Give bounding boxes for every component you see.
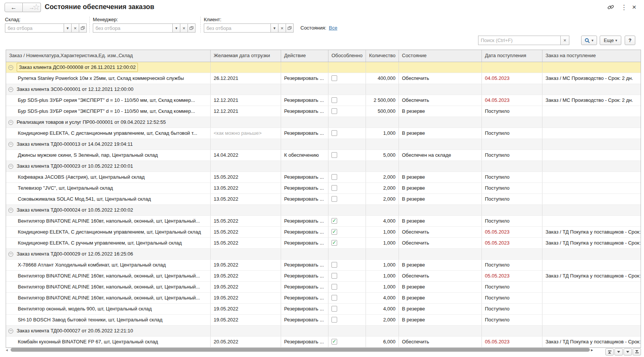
receipt-order-cell[interactable] [542,315,641,325]
action-cell[interactable]: Резервировать ... [281,304,328,314]
name-cell[interactable]: Вентилятор BINATONE ALPINE 160вт, наполь… [6,216,211,226]
action-cell[interactable] [281,84,328,95]
state-cell[interactable]: Обеспечить [399,337,482,347]
shipment-date-cell[interactable] [211,205,281,215]
action-cell[interactable]: Резервировать ... [281,95,328,106]
receipt-date-cell[interactable]: 04.05.2023 [482,95,542,106]
state-cell[interactable] [399,205,482,215]
quantity-cell[interactable] [366,62,399,73]
state-cell[interactable]: В резерве [399,315,482,325]
state-cell[interactable]: Обеспечен на складе [399,150,482,161]
quantity-cell[interactable] [366,139,399,150]
state-cell[interactable]: В резерве [399,172,482,182]
receipt-date-cell[interactable] [482,249,542,259]
receipt-order-cell[interactable] [542,326,641,336]
separate-checkbox-cell[interactable] [328,282,366,292]
shipment-date-cell[interactable]: 15.05.2022 [211,172,281,182]
state-cell[interactable]: В резерве [399,260,482,270]
quantity-cell[interactable]: 500,000 [366,106,399,117]
separate-checkbox-cell[interactable] [328,205,366,215]
warehouse-filter-input[interactable] [5,23,64,33]
column-header[interactable]: Заказ на поступление [542,50,641,62]
state-cell[interactable] [399,326,482,336]
order-item-row[interactable]: Джинсы мужские скини, S Зеленый, пар, Це… [6,150,641,161]
receipt-date-cell[interactable]: Поступило [482,293,542,303]
receipt-order-cell[interactable]: Заказ / ТД Покупка у поставщиков - Срок: [542,337,641,347]
quantity-cell[interactable]: 1,000 [366,227,399,237]
action-cell[interactable]: Резервировать ... [281,271,328,281]
column-header[interactable]: Желаемая дата отгрузки [211,50,281,62]
collapse-expander-icon[interactable] [8,329,13,334]
name-cell[interactable]: Вентилятор BINATONE ALPINE 160вт, наполь… [6,271,211,281]
receipt-order-cell[interactable]: Заказ / ТД Покупка у поставщиков - Срок: [542,271,641,281]
order-group-row[interactable]: Заказ клиента ТД00-000023 от 10.05.2022 … [6,161,641,172]
receipt-date-cell[interactable]: Поступило [482,282,542,292]
shipment-date-cell[interactable] [211,326,281,336]
action-cell[interactable] [281,139,328,150]
name-cell[interactable]: Заказ клиента ТД00-000024 от 10.05.2022 … [6,205,211,215]
receipt-order-cell[interactable] [542,62,641,73]
quantity-cell[interactable]: 4,000 [366,304,399,314]
action-cell[interactable]: Резервировать ... [281,73,328,84]
search-clear-button[interactable]: × [560,36,569,45]
separate-checkbox-cell[interactable] [328,106,366,117]
order-item-row[interactable]: Вентилятор BINATONE ALPINE 160вт, наполь… [6,271,641,282]
scrollbar-thumb[interactable] [11,348,590,352]
name-cell[interactable]: Кофеварка JACOBS (Австрия), шт, Централь… [6,172,211,182]
separate-checkbox-checked[interactable]: ✓ [331,240,337,246]
receipt-order-cell[interactable]: Заказ / МС Производство - Срок: 2 дн. [542,73,641,84]
separate-checkbox-cell[interactable] [328,117,366,128]
shipment-date-cell[interactable]: 15.05.2022 [211,216,281,226]
column-header[interactable]: Действие [281,50,328,62]
separate-checkbox-cell[interactable] [328,172,366,182]
action-cell[interactable]: Резервировать ... [281,260,328,270]
state-cell[interactable]: В резерве [399,194,482,204]
name-cell[interactable]: Заказ клиента ТД00-000029 от 12.05.2022 … [6,249,211,259]
action-cell[interactable]: К обеспечению [281,150,328,161]
quantity-cell[interactable]: 5,000 [366,150,399,161]
name-cell[interactable]: Телевизор "JVC", шт, Центральный склад [6,183,211,193]
back-button[interactable]: ← [5,3,23,12]
receipt-order-cell[interactable] [542,304,641,314]
shipment-date-cell[interactable] [211,139,281,150]
action-cell[interactable]: Резервировать ... [281,172,328,182]
receipt-order-cell[interactable] [542,117,641,128]
shipment-date-cell[interactable]: 15.05.2022 [211,238,281,248]
name-cell[interactable]: Джинсы мужские скини, S Зеленый, пар, Це… [6,150,211,161]
name-cell[interactable]: Заказ клиента ДС00-000008 от 26.11.2021 … [6,62,211,73]
order-item-row[interactable]: Кофеварка JACOBS (Австрия), шт, Централь… [6,172,641,183]
action-cell[interactable]: Резервировать ... [281,128,328,139]
separate-checkbox[interactable] [331,152,337,158]
receipt-order-cell[interactable]: Заказ / ТД Покупка у поставщиков - Срок: [542,227,641,237]
order-item-row[interactable]: Кондиционер ELEKTA, С дистанционным упра… [6,128,641,139]
order-item-row[interactable]: Телевизор "JVC", шт, Центральный склад13… [6,183,641,194]
name-cell[interactable]: Бур SDS-plus ЗУБР серия "ЭКСПЕРТ" d = 10… [6,106,211,117]
receipt-date-cell[interactable] [482,326,542,336]
action-cell[interactable]: Резервировать ... [281,216,328,226]
order-group-row[interactable]: Заказ клиента ДС00-000008 от 26.11.2021 … [6,62,641,73]
more-menu-icon[interactable]: ⋮ [620,3,628,11]
state-cell[interactable]: В резерве [399,183,482,193]
more-button[interactable]: Еще ▾ [600,36,621,45]
state-cell[interactable]: Обеспечить [399,271,482,281]
receipt-order-cell[interactable] [542,293,641,303]
receipt-date-cell[interactable]: Поступило [482,128,542,139]
name-cell[interactable]: Рулетка Stanley Powerlock 10м х 25мм, шт… [6,73,211,84]
receipt-order-cell[interactable] [542,139,641,150]
manager-dropdown-button[interactable]: ▾ [172,23,180,33]
action-cell[interactable] [281,161,328,171]
client-dropdown-button[interactable]: ▾ [270,23,278,33]
separate-checkbox-cell[interactable] [328,293,366,303]
state-cell[interactable]: В резерве [399,304,482,314]
scroll-to-bottom-button[interactable] [633,348,641,355]
shipment-date-cell[interactable]: 13.05.2022 [211,183,281,193]
collapse-expander-icon[interactable] [8,120,13,125]
state-cell[interactable] [399,139,482,150]
separate-checkbox[interactable] [331,185,337,191]
receipt-date-cell[interactable]: Поступило [482,194,542,204]
action-cell[interactable]: Резервировать ... [281,238,328,248]
quantity-cell[interactable]: 2,000 [366,183,399,193]
action-cell[interactable]: Резервировать ... [281,183,328,193]
search-input[interactable] [478,36,561,45]
receipt-order-cell[interactable] [542,172,641,182]
